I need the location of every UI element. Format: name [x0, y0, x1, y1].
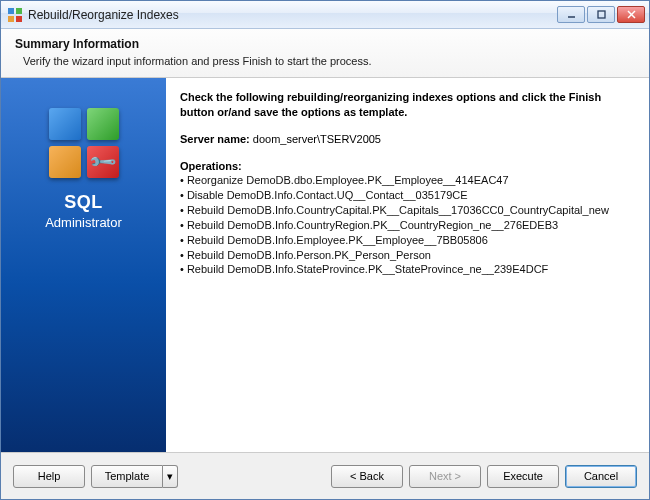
titlebar: Rebuild/Reorganize Indexes — [1, 1, 649, 29]
template-button-label: Template — [105, 470, 150, 482]
product-name-line2: Administrator — [45, 215, 122, 230]
logo-square-green — [87, 108, 119, 140]
wizard-header: Summary Information Verify the wizard in… — [1, 29, 649, 78]
server-name-label: Server name: — [180, 133, 250, 145]
wrench-icon: 🔧 — [87, 146, 118, 177]
logo-square-orange — [49, 146, 81, 178]
operation-item: Rebuild DemoDB.Info.Person.PK_Person_Per… — [180, 248, 637, 263]
server-name-value: doom_server\TSERV2005 — [253, 133, 381, 145]
operations-list: Reorganize DemoDB.dbo.Employee.PK__Emplo… — [180, 173, 637, 277]
chevron-down-icon: ▾ — [167, 470, 173, 483]
server-line: Server name: doom_server\TSERV2005 — [180, 132, 637, 147]
operation-item: Rebuild DemoDB.Info.StateProvince.PK__St… — [180, 262, 637, 277]
back-button-label: < Back — [350, 470, 384, 482]
product-logo: 🔧 — [49, 108, 119, 178]
template-dropdown-button[interactable]: ▾ — [163, 465, 178, 488]
cancel-button[interactable]: Cancel — [565, 465, 637, 488]
window-title: Rebuild/Reorganize Indexes — [28, 8, 557, 22]
svg-rect-5 — [598, 11, 605, 18]
close-button[interactable] — [617, 6, 645, 23]
svg-rect-2 — [8, 16, 14, 22]
maximize-button[interactable] — [587, 6, 615, 23]
wizard-footer: Help Template ▾ < Back Next > Execute Ca… — [1, 453, 649, 499]
back-button[interactable]: < Back — [331, 465, 403, 488]
app-icon — [7, 7, 23, 23]
next-button-label: Next > — [429, 470, 461, 482]
logo-square-red: 🔧 — [87, 146, 119, 178]
help-button-label: Help — [38, 470, 61, 482]
svg-rect-3 — [16, 16, 22, 22]
operation-item: Rebuild DemoDB.Info.Employee.PK__Employe… — [180, 233, 637, 248]
summary-content: Check the following rebuilding/reorganiz… — [166, 78, 649, 452]
execute-button-label: Execute — [503, 470, 543, 482]
dialog-window: Rebuild/Reorganize Indexes Summary Infor… — [0, 0, 650, 500]
template-split-button: Template ▾ — [91, 465, 178, 488]
execute-button[interactable]: Execute — [487, 465, 559, 488]
help-button[interactable]: Help — [13, 465, 85, 488]
wizard-header-title: Summary Information — [15, 37, 635, 51]
operation-item: Disable DemoDB.Info.Contact.UQ__Contact_… — [180, 188, 637, 203]
svg-rect-0 — [8, 8, 14, 14]
logo-square-blue — [49, 108, 81, 140]
product-name-line1: SQL — [64, 192, 103, 213]
operation-item: Rebuild DemoDB.Info.CountryCapital.PK__C… — [180, 203, 637, 218]
template-button[interactable]: Template — [91, 465, 163, 488]
svg-rect-1 — [16, 8, 22, 14]
operation-item: Reorganize DemoDB.dbo.Employee.PK__Emplo… — [180, 173, 637, 188]
instruction-text: Check the following rebuilding/reorganiz… — [180, 90, 637, 120]
wizard-header-subtitle: Verify the wizard input information and … — [23, 55, 635, 67]
wizard-body: 🔧 SQL Administrator Check the following … — [1, 78, 649, 453]
window-controls — [557, 6, 645, 23]
next-button: Next > — [409, 465, 481, 488]
minimize-button[interactable] — [557, 6, 585, 23]
operation-item: Rebuild DemoDB.Info.CountryRegion.PK__Co… — [180, 218, 637, 233]
operations-label: Operations: — [180, 159, 637, 174]
sidebar: 🔧 SQL Administrator — [1, 78, 166, 452]
cancel-button-label: Cancel — [584, 470, 618, 482]
